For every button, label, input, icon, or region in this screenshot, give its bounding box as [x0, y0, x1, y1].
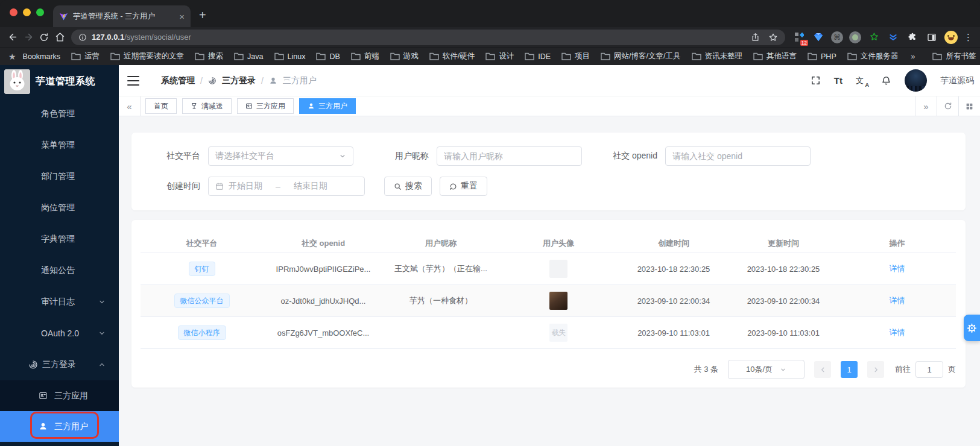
bookmark-folder[interactable]: DB	[312, 52, 344, 61]
sidebar-logo[interactable]: 芋道管理系统	[0, 65, 119, 98]
scroll-down-extension-icon[interactable]	[887, 31, 900, 44]
sidebar-item-oauth[interactable]: OAuth 2.0	[0, 318, 119, 349]
bookmark-folder[interactable]: IDE	[520, 52, 555, 61]
tab-close-icon[interactable]: ×	[179, 12, 185, 21]
forward-icon[interactable]	[21, 30, 36, 45]
sidebar-item-menu[interactable]: 菜单管理	[0, 130, 119, 161]
bookmark-folder[interactable]: 搜索	[191, 51, 227, 61]
fullscreen-icon[interactable]	[811, 75, 821, 86]
sidebar-item-social-app[interactable]: 三方应用	[0, 380, 119, 411]
back-icon[interactable]	[5, 30, 21, 45]
tags-refresh-icon[interactable]	[937, 96, 958, 116]
bookmarks-overflow-chevron[interactable]: »	[907, 52, 918, 61]
browser-window: 芋道管理系统 - 三方用户 × + 127.0.0.1/system/socia…	[0, 0, 980, 446]
table-row: 钉钉 IPRmJ0wvBptiPIIGEZiPe... 王文斌（芋艿）（正在输.…	[141, 253, 956, 285]
bookmark-folder[interactable]: 项目	[557, 51, 594, 61]
sidebar-item-post[interactable]: 岗位管理	[0, 192, 119, 224]
user-icon	[269, 77, 277, 85]
promotion-icon	[191, 102, 198, 110]
breadcrumb-system[interactable]: 系统管理	[161, 75, 195, 86]
platform-select[interactable]: 请选择社交平台	[208, 146, 353, 166]
next-page-icon[interactable]	[867, 361, 884, 378]
bookmark-folder[interactable]: 近期需要读的文章	[106, 51, 188, 61]
username-label[interactable]: 芋道源码	[940, 75, 974, 86]
bookmark-folder[interactable]: 前端	[347, 51, 384, 61]
extensions-puzzle-icon[interactable]	[906, 31, 919, 44]
prev-page-icon[interactable]	[814, 361, 831, 378]
tags-list: 首页 满减送 三方应用 三方用户	[141, 96, 915, 116]
browser-menu-icon[interactable]: ⋮	[964, 32, 973, 43]
site-info-icon[interactable]	[78, 33, 87, 42]
openid-input[interactable]	[672, 151, 803, 161]
tag-home[interactable]: 首页	[145, 98, 177, 114]
vue-devtools-icon[interactable]	[812, 31, 825, 44]
sidebar-item-notice[interactable]: 通知公告	[0, 255, 119, 286]
home-icon[interactable]	[52, 30, 68, 45]
settings-gear-button[interactable]	[964, 315, 980, 341]
sidebar-item-dept[interactable]: 部门管理	[0, 161, 119, 192]
openid-cell: oz-Jdt0kd_jdhUxJHQd...	[263, 297, 384, 306]
nickname-input[interactable]	[444, 151, 575, 161]
platform-tag: 微信公众平台	[174, 294, 230, 308]
close-window-button[interactable]	[10, 8, 17, 16]
bookmark-folder[interactable]: 软件/硬件	[425, 51, 479, 61]
reset-button[interactable]: 重置	[440, 177, 487, 196]
bookmark-folder[interactable]: Java	[230, 52, 267, 61]
page-number-current[interactable]: 1	[841, 361, 858, 378]
detail-link[interactable]: 详情	[890, 263, 905, 274]
command-extension-icon[interactable]: ⌘	[831, 31, 843, 43]
zoom-window-button[interactable]	[36, 8, 44, 16]
bell-icon[interactable]	[881, 75, 891, 86]
sidebar-item-social-login[interactable]: 三方登录	[0, 349, 119, 380]
bookmark-folder[interactable]: 网站/博客/文章/工具	[596, 51, 684, 61]
tag-social-user[interactable]: 三方用户	[299, 98, 356, 114]
font-size-icon[interactable]: Tt	[834, 75, 842, 86]
bookmark-folder[interactable]: Linux	[270, 52, 310, 61]
url-path: /system/social/user	[124, 33, 191, 42]
bookmark-folder[interactable]: 运营	[67, 51, 104, 61]
bookmark-folder[interactable]: 其他语言	[749, 51, 801, 61]
language-icon[interactable]: 文A	[856, 75, 868, 86]
date-range-picker[interactable]: 开始日期 – 结束日期	[208, 177, 365, 196]
page-content: 社交平台 请选择社交平台 用户昵称	[119, 116, 980, 446]
side-panel-icon[interactable]	[925, 31, 938, 44]
profile-avatar-icon[interactable]	[944, 31, 958, 44]
search-button[interactable]: 搜索	[384, 177, 432, 196]
sidebar-item-dict[interactable]: 字典管理	[0, 224, 119, 255]
share-icon[interactable]	[751, 33, 760, 42]
chevron-down-icon	[339, 152, 346, 160]
reload-icon[interactable]	[36, 30, 52, 45]
minimize-window-button[interactable]	[23, 8, 31, 16]
sidebar-item-social-user[interactable]: 三方用户	[0, 411, 119, 442]
breadcrumb-social-login[interactable]: 三方登录	[222, 75, 256, 86]
hamburger-icon[interactable]	[127, 76, 139, 86]
browser-tab[interactable]: 芋道管理系统 - 三方用户 ×	[53, 5, 191, 27]
bookmarks-label[interactable]: Bookmarks	[19, 52, 65, 61]
sidebar-item-audit-log[interactable]: 审计日志	[0, 286, 119, 318]
tag-promotion[interactable]: 满减送	[182, 98, 232, 114]
search-icon	[394, 183, 402, 190]
pinia-star-icon[interactable]	[867, 31, 880, 44]
all-bookmarks-folder[interactable]: 所有书签	[928, 51, 980, 61]
user-avatar[interactable]	[905, 69, 927, 92]
bookmark-folder[interactable]: PHP	[803, 52, 841, 61]
created-cell: 2023-09-10 11:03:01	[619, 328, 729, 338]
recorder-extension-icon[interactable]	[849, 31, 861, 43]
bookmark-folder[interactable]: 文件服务器	[843, 51, 903, 61]
tag-social-app[interactable]: 三方应用	[237, 98, 294, 114]
bookmark-folder[interactable]: 游戏	[386, 51, 423, 61]
sidebar-item-role[interactable]: 角色管理	[0, 98, 119, 130]
tags-layout-grid-icon[interactable]	[958, 96, 980, 116]
tags-collapse-chevron[interactable]: «	[119, 96, 141, 116]
bookmark-star-icon[interactable]	[768, 33, 778, 42]
url-bar[interactable]: 127.0.0.1/system/social/user	[71, 30, 785, 45]
goto-page-input[interactable]	[915, 361, 943, 378]
new-tab-button[interactable]: +	[199, 8, 206, 22]
detail-link[interactable]: 详情	[890, 327, 905, 338]
tags-expand-chevron[interactable]: »	[915, 96, 937, 116]
detail-link[interactable]: 详情	[890, 295, 905, 306]
page-size-select[interactable]: 10条/页	[728, 360, 805, 379]
extension-grid-icon[interactable]: 12	[792, 31, 806, 44]
bookmark-folder[interactable]: 设计	[481, 51, 518, 61]
bookmark-folder[interactable]: 资讯未整理	[688, 51, 747, 61]
